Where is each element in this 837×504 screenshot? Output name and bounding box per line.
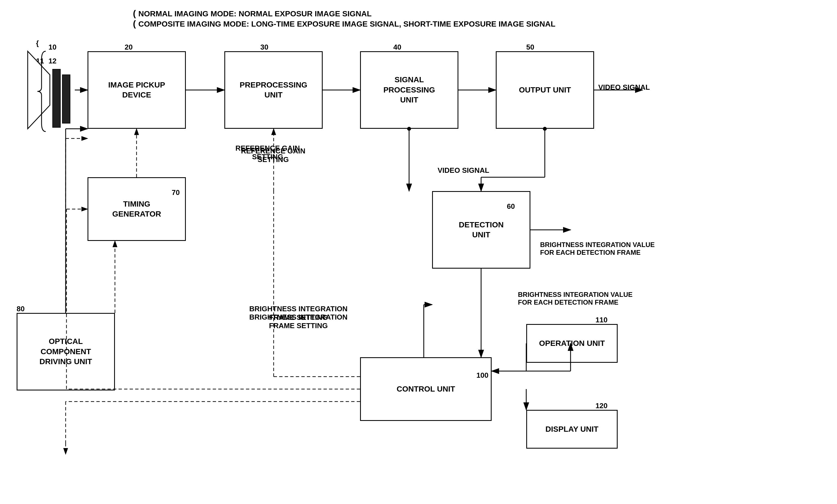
connections-svg: { [0,0,837,504]
svg-rect-4 [62,75,70,123]
svg-rect-3 [53,69,60,127]
svg-point-12 [407,127,411,131]
svg-point-16 [543,127,547,131]
svg-marker-2 [28,51,50,129]
diagram: ( NORMAL IMAGING MODE: NORMAL EXPOSUR IM… [0,0,837,504]
brightness-val-label: BRIGHTNESS INTEGRATION VALUEFOR EACH DET… [540,241,655,256]
ref-gain-label: REFERENCE GAINSETTING [241,147,305,164]
brightness-int-label: BRIGHTNESS INTEGRATIONFRAME SETTING [249,313,348,330]
svg-text:{: { [36,39,39,47]
